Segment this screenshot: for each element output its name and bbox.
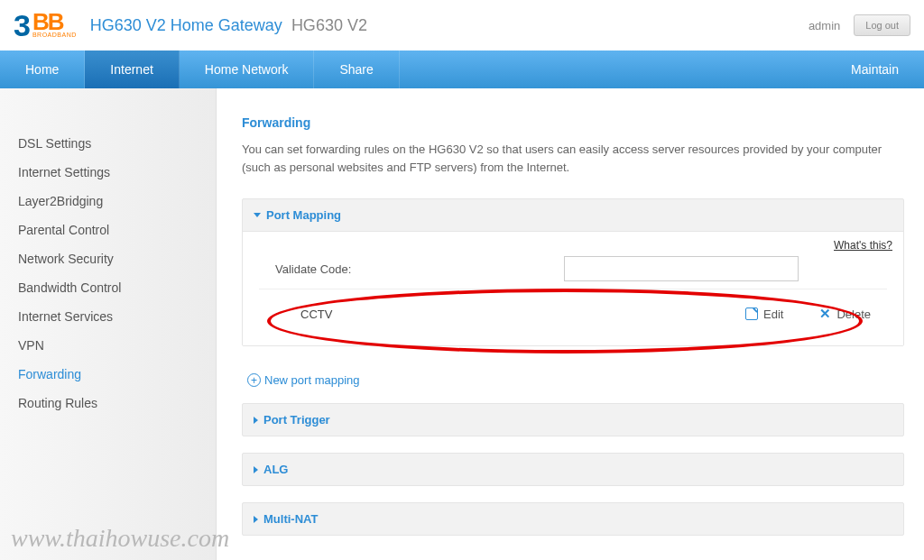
sidebar-item-vpn[interactable]: VPN — [18, 331, 216, 360]
section-description: You can set forwarding rules on the HG63… — [242, 141, 904, 176]
header-right: admin Log out — [808, 14, 910, 36]
multi-nat-header[interactable]: Multi-NAT — [243, 503, 903, 535]
chevron-down-icon — [254, 213, 261, 217]
sidebar: DSL Settings Internet Settings Layer2Bri… — [0, 88, 217, 560]
edit-icon — [745, 308, 758, 320]
nav-home[interactable]: Home — [0, 50, 85, 88]
logo-bb-text: BB — [32, 13, 77, 32]
content: DSL Settings Internet Settings Layer2Bri… — [0, 88, 924, 560]
header: 3 BB BROADBAND HG630 V2 Home Gateway HG6… — [0, 0, 924, 50]
logout-button[interactable]: Log out — [854, 14, 910, 36]
alg-title: ALG — [263, 463, 288, 476]
port-mapping-header[interactable]: Port Mapping — [243, 199, 903, 231]
chevron-right-icon — [254, 516, 258, 523]
validate-row: Validate Code: — [259, 243, 887, 289]
sidebar-item-forwarding[interactable]: Forwarding — [18, 360, 216, 389]
sidebar-item-layer2bridging[interactable]: Layer2Bridging — [18, 187, 216, 216]
plus-icon: + — [247, 373, 261, 387]
sidebar-item-parental-control[interactable]: Parental Control — [18, 216, 216, 244]
port-trigger-title: Port Trigger — [263, 413, 330, 427]
chevron-right-icon — [254, 417, 258, 424]
nav-internet[interactable]: Internet — [85, 50, 179, 88]
port-mapping-title: Port Mapping — [266, 208, 341, 222]
page-title: HG630 V2 Home Gateway — [90, 16, 282, 35]
mapping-row: CCTV Edit ✕ Delete — [259, 289, 887, 335]
logo: 3 BB BROADBAND — [14, 8, 77, 43]
edit-label: Edit — [763, 308, 783, 321]
port-trigger-header[interactable]: Port Trigger — [243, 404, 903, 436]
logo-numeral: 3 — [14, 8, 31, 43]
new-port-mapping-label: New port mapping — [264, 373, 360, 387]
sidebar-item-routing-rules[interactable]: Routing Rules — [18, 389, 216, 418]
port-trigger-panel: Port Trigger — [242, 403, 904, 436]
main-nav: Home Internet Home Network Share Maintai… — [0, 50, 924, 88]
current-user: admin — [808, 19, 840, 32]
nav-maintain[interactable]: Maintain — [826, 50, 924, 88]
edit-button[interactable]: Edit — [745, 308, 783, 321]
sidebar-item-bandwidth-control[interactable]: Bandwidth Control — [18, 273, 216, 302]
validate-code-label: Validate Code: — [275, 262, 564, 276]
sidebar-item-internet-settings[interactable]: Internet Settings — [18, 158, 216, 187]
alg-header[interactable]: ALG — [243, 454, 903, 485]
sidebar-item-network-security[interactable]: Network Security — [18, 244, 216, 273]
sidebar-item-dsl-settings[interactable]: DSL Settings — [18, 129, 216, 158]
alg-panel: ALG — [242, 453, 904, 486]
model-label: HG630 V2 — [291, 16, 367, 35]
logo-broadband-sub: BROADBAND — [32, 32, 77, 38]
new-port-mapping-button[interactable]: + New port mapping — [242, 363, 904, 387]
port-mapping-body: What's this? Validate Code: CCTV Edit ✕ … — [243, 231, 903, 345]
port-mapping-panel: Port Mapping What's this? Validate Code:… — [242, 198, 904, 346]
close-icon: ✕ — [819, 306, 831, 322]
delete-button[interactable]: ✕ Delete — [819, 306, 871, 322]
mapping-entry-name: CCTV — [275, 308, 709, 321]
chevron-right-icon — [254, 466, 258, 473]
logo-bb-wrap: BB BROADBAND — [32, 13, 77, 38]
main-area: Forwarding You can set forwarding rules … — [217, 88, 924, 560]
nav-share[interactable]: Share — [314, 50, 399, 88]
sidebar-item-internet-services[interactable]: Internet Services — [18, 302, 216, 331]
watermark: www.thaihowuse.com — [11, 524, 229, 553]
nav-home-network[interactable]: Home Network — [180, 50, 315, 88]
section-title: Forwarding — [242, 115, 904, 130]
multi-nat-title: Multi-NAT — [263, 512, 318, 526]
multi-nat-panel: Multi-NAT — [242, 502, 904, 536]
validate-code-input[interactable] — [564, 256, 799, 281]
whats-this-link[interactable]: What's this? — [834, 239, 892, 252]
delete-label: Delete — [836, 308, 871, 321]
spacer — [242, 387, 904, 403]
